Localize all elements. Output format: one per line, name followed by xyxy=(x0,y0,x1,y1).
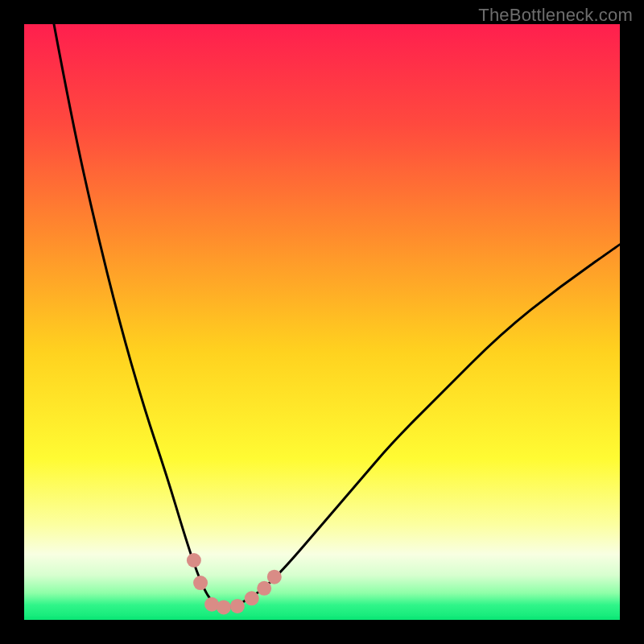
curve-marker xyxy=(193,576,208,590)
curve-marker xyxy=(245,591,259,605)
chart-svg xyxy=(24,24,620,620)
curve-marker xyxy=(257,581,271,596)
gradient-background xyxy=(24,24,620,620)
watermark-label: TheBottleneck.com xyxy=(478,5,633,26)
curve-marker xyxy=(187,553,201,568)
curve-marker xyxy=(230,599,245,613)
curve-marker xyxy=(217,600,231,614)
chart-frame: TheBottleneck.com xyxy=(0,0,644,644)
curve-marker xyxy=(267,570,282,584)
plot-area xyxy=(24,24,620,620)
